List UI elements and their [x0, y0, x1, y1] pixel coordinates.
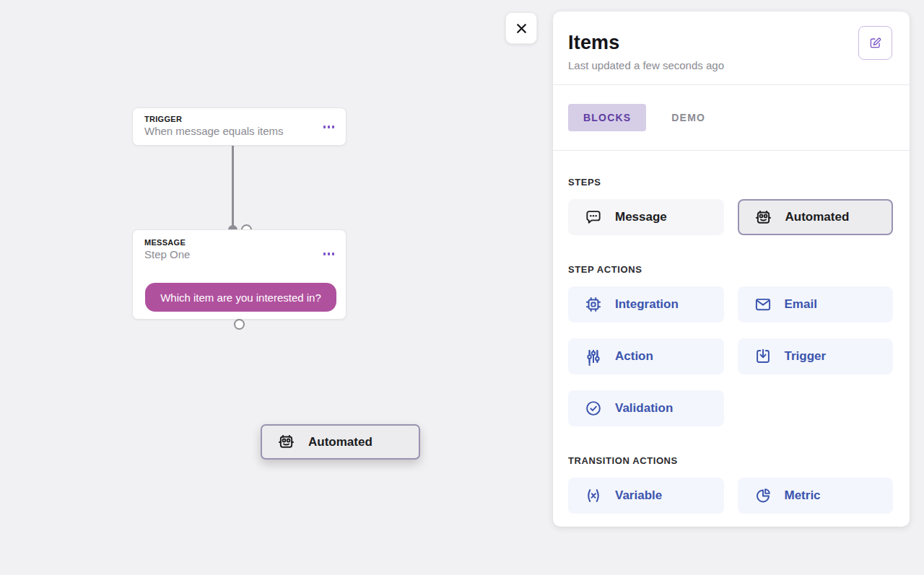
message-node[interactable]: MESSAGE Step One Which item are you inte…	[132, 229, 346, 320]
step-actions-grid: Integration Email	[568, 286, 893, 426]
node-type-label: TRIGGER	[144, 115, 334, 123]
panel-body: STEPS Message	[553, 151, 910, 530]
panel-header: Items Last updated a few seconds ago	[553, 12, 910, 84]
tab-demo[interactable]: DEMO	[671, 104, 705, 131]
block-label: Trigger	[785, 349, 827, 364]
block-message[interactable]: Message	[568, 199, 724, 235]
page-title: Items	[568, 32, 892, 54]
tab-bar: BLOCKS DEMO	[553, 85, 910, 150]
speech-bubble-icon	[584, 208, 603, 227]
section-label-transition-actions: TRANSITION ACTIONS	[568, 455, 893, 466]
steps-grid: Message Automated	[568, 199, 893, 235]
close-icon	[514, 21, 529, 36]
robot-icon	[276, 432, 296, 452]
block-variable[interactable]: Variable	[568, 478, 724, 514]
transition-actions-grid: Variable Metric	[568, 478, 893, 514]
block-label: Metric	[785, 488, 821, 503]
chip-icon	[584, 295, 603, 314]
last-updated-text: Last updated a few seconds ago	[568, 59, 892, 71]
block-metric[interactable]: Metric	[738, 478, 894, 514]
close-button[interactable]	[505, 12, 537, 44]
pie-chart-icon	[754, 486, 772, 505]
envelope-icon	[754, 295, 772, 314]
node-connector-line	[232, 146, 234, 231]
ellipsis-menu-icon[interactable]	[323, 123, 335, 131]
block-label: Variable	[615, 488, 662, 503]
trigger-node[interactable]: TRIGGER When message equals items	[132, 107, 346, 146]
block-label: Validation	[615, 401, 673, 416]
block-validation[interactable]: Validation	[568, 390, 724, 426]
block-integration[interactable]: Integration	[568, 286, 724, 322]
block-label: Action	[615, 349, 653, 364]
node-title: When message equals items	[144, 125, 334, 137]
sliders-icon	[584, 347, 603, 366]
box-arrow-in-icon	[754, 347, 772, 366]
section-label-step-actions: STEP ACTIONS	[568, 264, 893, 275]
dragged-block-label: Automated	[308, 435, 372, 449]
block-action[interactable]: Action	[568, 338, 724, 374]
tab-blocks[interactable]: BLOCKS	[568, 104, 646, 131]
block-automated[interactable]: Automated	[738, 199, 894, 235]
edit-button[interactable]	[858, 26, 892, 60]
block-label: Message	[615, 210, 667, 224]
check-circle-icon	[584, 399, 603, 418]
variable-icon	[584, 486, 603, 505]
block-label: Integration	[615, 297, 679, 312]
block-email[interactable]: Email	[738, 286, 894, 322]
node-type-label: MESSAGE	[144, 238, 334, 247]
node-title: Step One	[144, 248, 334, 260]
ellipsis-menu-icon[interactable]	[323, 250, 335, 258]
items-panel: Items Last updated a few seconds ago BLO…	[553, 12, 910, 527]
section-label-steps: STEPS	[568, 177, 893, 188]
block-label: Email	[785, 297, 817, 312]
connector-port-out[interactable]	[234, 319, 245, 330]
block-trigger[interactable]: Trigger	[738, 338, 894, 374]
message-bubble: Which item are you interested in?	[145, 283, 336, 312]
robot-icon	[754, 208, 773, 227]
dragged-automated-block[interactable]: Automated	[261, 424, 420, 460]
block-label: Automated	[785, 210, 850, 224]
edit-square-icon	[868, 36, 882, 50]
